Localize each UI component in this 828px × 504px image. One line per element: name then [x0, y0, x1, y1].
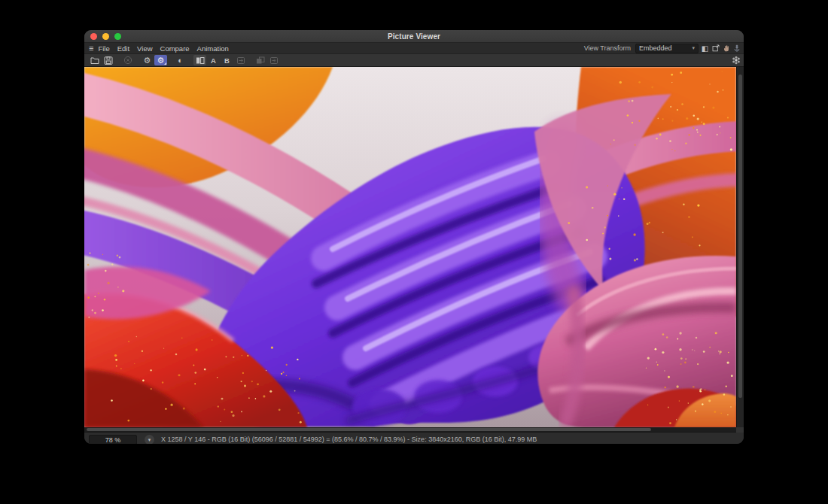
minimize-button[interactable]: [102, 33, 109, 40]
split-compare-icon[interactable]: ◧: [701, 44, 709, 53]
chevron-down-icon: ▾: [692, 45, 695, 51]
view-transform-value: Embedded: [639, 44, 672, 52]
horizontal-scrollbar-thumb[interactable]: [87, 428, 651, 431]
gear-x-button[interactable]: ⚙: [141, 55, 154, 65]
export-button: [267, 55, 280, 65]
vertical-scrollbar-thumb[interactable]: [738, 74, 742, 398]
menu-view[interactable]: View: [137, 44, 152, 53]
ab-compare-button[interactable]: [193, 55, 206, 65]
menu-icon[interactable]: ≡: [89, 44, 93, 52]
menu-animation[interactable]: Animation: [197, 44, 229, 53]
window-title: Picture Viewer: [84, 32, 744, 41]
artwork-canvas: [84, 67, 736, 427]
traffic-lights: [90, 30, 121, 42]
swap-ab-button: [234, 55, 247, 65]
copy-button: [254, 55, 266, 65]
menu-compare[interactable]: Compare: [160, 44, 190, 53]
gear-settings-button[interactable]: ⚙: [154, 55, 167, 65]
status-info: X 1258 / Y 146 - RGB (16 Bit) (56096 / 5…: [161, 433, 537, 444]
zoom-window-button[interactable]: [114, 33, 121, 40]
anchor-dock-icon[interactable]: [732, 44, 741, 53]
menubar: ≡ File Edit View Compare Animation View …: [84, 43, 744, 54]
artwork-image[interactable]: [84, 67, 736, 427]
set-a-button[interactable]: A: [207, 55, 220, 65]
popout-window-icon[interactable]: [711, 44, 720, 53]
set-b-button[interactable]: B: [221, 55, 233, 65]
hand-pan-icon[interactable]: [722, 44, 730, 53]
horizontal-scrollbar[interactable]: [84, 427, 744, 433]
filter-flower-icon[interactable]: [731, 55, 741, 65]
image-viewport: [84, 67, 744, 427]
picture-viewer-window: Picture Viewer ≡ File Edit View Compare …: [84, 30, 744, 444]
vertical-scrollbar[interactable]: [736, 67, 744, 427]
menu-file[interactable]: File: [98, 44, 109, 53]
view-transform-select[interactable]: Embedded ▾: [635, 44, 699, 53]
save-button[interactable]: [102, 55, 114, 65]
close-button[interactable]: [90, 33, 97, 40]
open-file-button[interactable]: [88, 55, 101, 65]
zoom-dropdown-button[interactable]: ▾: [145, 435, 154, 444]
titlebar: Picture Viewer: [84, 30, 744, 43]
cancel-render-button: [121, 55, 134, 65]
contrast-button[interactable]: ◐: [174, 55, 187, 65]
scrollbar-corner: [736, 427, 744, 433]
menu-edit[interactable]: Edit: [117, 44, 129, 53]
toolbar: ⚙ ⚙ ◐ A B: [84, 54, 744, 67]
desktop-background: Picture Viewer ≡ File Edit View Compare …: [0, 0, 828, 504]
statusbar: 78 % ▾ X 1258 / Y 146 - RGB (16 Bit) (56…: [84, 433, 744, 444]
view-transform-label: View Transform: [584, 44, 631, 52]
zoom-level-field[interactable]: 78 %: [89, 435, 137, 444]
